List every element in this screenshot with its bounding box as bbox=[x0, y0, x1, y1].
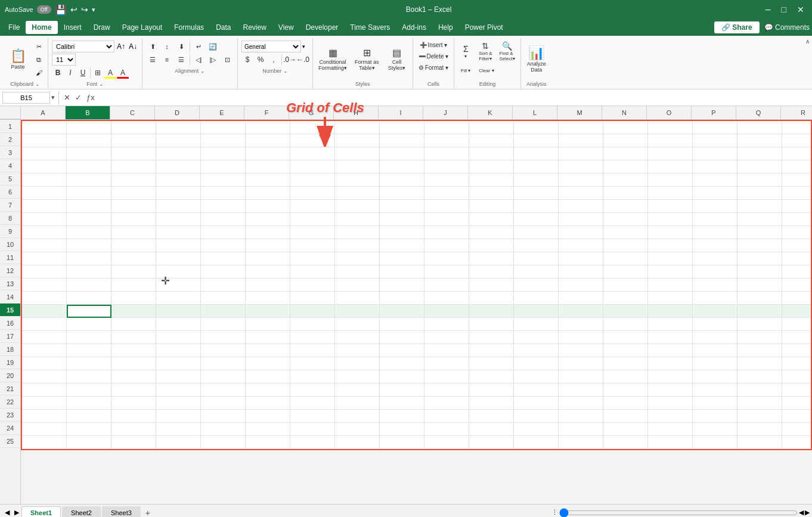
cell-E18[interactable] bbox=[201, 344, 246, 357]
number-format-select[interactable]: General bbox=[241, 41, 301, 52]
cell-J16[interactable] bbox=[424, 318, 469, 331]
cell-B10[interactable] bbox=[67, 239, 111, 252]
row-number-11[interactable]: 11 bbox=[0, 251, 20, 264]
dec-increase-btn[interactable]: .0→ bbox=[284, 54, 296, 66]
cell-C23[interactable] bbox=[111, 410, 156, 423]
cell-L3[interactable] bbox=[514, 147, 559, 160]
cell-L25[interactable] bbox=[514, 436, 559, 449]
comma-btn[interactable]: , bbox=[268, 54, 280, 66]
cell-O22[interactable] bbox=[648, 397, 693, 410]
cell-B15[interactable] bbox=[67, 305, 111, 318]
cell-P5[interactable] bbox=[693, 174, 737, 187]
col-header-B[interactable]: B bbox=[66, 106, 110, 119]
cell-D10[interactable] bbox=[156, 239, 201, 252]
cell-D4[interactable] bbox=[156, 160, 201, 174]
col-header-E[interactable]: E bbox=[200, 106, 244, 119]
cell-K9[interactable] bbox=[469, 226, 514, 239]
cell-J24[interactable] bbox=[424, 423, 469, 436]
cell-R22[interactable] bbox=[782, 397, 812, 410]
cell-L12[interactable] bbox=[514, 265, 559, 278]
cell-A21[interactable] bbox=[22, 383, 67, 397]
cell-R3[interactable] bbox=[782, 147, 812, 160]
cell-C17[interactable] bbox=[111, 331, 156, 344]
cell-R19[interactable] bbox=[782, 357, 812, 370]
cell-M18[interactable] bbox=[559, 344, 603, 357]
save-icon[interactable]: 💾 bbox=[55, 4, 67, 16]
paste-button[interactable]: 📋 Paste bbox=[5, 42, 31, 78]
cell-L7[interactable] bbox=[514, 200, 559, 213]
cell-K11[interactable] bbox=[469, 252, 514, 265]
cell-G16[interactable] bbox=[290, 318, 335, 331]
row-number-23[interactable]: 23 bbox=[0, 408, 20, 422]
cancel-formula-btn[interactable]: ✕ bbox=[61, 93, 73, 102]
cell-H1[interactable] bbox=[335, 121, 380, 134]
cell-A19[interactable] bbox=[22, 357, 67, 370]
cell-P22[interactable] bbox=[693, 397, 737, 410]
cell-D9[interactable] bbox=[156, 226, 201, 239]
font-family-select[interactable]: Calibri bbox=[52, 41, 114, 52]
cell-O16[interactable] bbox=[648, 318, 693, 331]
cell-K17[interactable] bbox=[469, 331, 514, 344]
cell-A7[interactable] bbox=[22, 200, 67, 213]
cell-G10[interactable] bbox=[290, 239, 335, 252]
cell-G1[interactable] bbox=[290, 121, 335, 134]
cell-E10[interactable] bbox=[201, 239, 246, 252]
cell-M15[interactable] bbox=[559, 305, 603, 318]
cell-M21[interactable] bbox=[559, 383, 603, 397]
cell-D15[interactable] bbox=[156, 305, 201, 318]
row-number-9[interactable]: 9 bbox=[0, 225, 20, 238]
cell-A22[interactable] bbox=[22, 397, 67, 410]
analyze-data-button[interactable]: 📊 AnalyzeData bbox=[523, 42, 550, 78]
cell-Q25[interactable] bbox=[737, 436, 782, 449]
font-color-button[interactable]: A bbox=[117, 67, 129, 79]
align-bottom-btn[interactable]: ⬇ bbox=[175, 41, 188, 52]
cell-I12[interactable] bbox=[380, 265, 424, 278]
cell-F17[interactable] bbox=[246, 331, 290, 344]
cell-I2[interactable] bbox=[380, 134, 424, 147]
cell-H18[interactable] bbox=[335, 344, 380, 357]
cell-F5[interactable] bbox=[246, 174, 290, 187]
cell-K1[interactable] bbox=[469, 121, 514, 134]
cell-E7[interactable] bbox=[201, 200, 246, 213]
cell-A23[interactable] bbox=[22, 410, 67, 423]
cell-O17[interactable] bbox=[648, 331, 693, 344]
cell-I6[interactable] bbox=[380, 187, 424, 200]
cell-A18[interactable] bbox=[22, 344, 67, 357]
names-button[interactable]: ▾ bbox=[50, 94, 56, 101]
cell-N13[interactable] bbox=[603, 278, 648, 292]
cell-N7[interactable] bbox=[603, 200, 648, 213]
align-right-btn[interactable]: ☰ bbox=[175, 54, 188, 66]
corner-cell[interactable] bbox=[0, 106, 21, 119]
cell-P8[interactable] bbox=[693, 213, 737, 226]
copy-button[interactable]: ⧉ bbox=[32, 54, 45, 66]
cell-G4[interactable] bbox=[290, 160, 335, 174]
cell-G24[interactable] bbox=[290, 423, 335, 436]
cell-L21[interactable] bbox=[514, 383, 559, 397]
cell-R18[interactable] bbox=[782, 344, 812, 357]
cell-I20[interactable] bbox=[380, 370, 424, 383]
undo-icon[interactable]: ↩ bbox=[70, 5, 78, 14]
cell-E22[interactable] bbox=[201, 397, 246, 410]
cell-L20[interactable] bbox=[514, 370, 559, 383]
cell-D13[interactable] bbox=[156, 278, 201, 292]
cell-H2[interactable] bbox=[335, 134, 380, 147]
cell-R5[interactable] bbox=[782, 174, 812, 187]
cell-P3[interactable] bbox=[693, 147, 737, 160]
cell-P7[interactable] bbox=[693, 200, 737, 213]
cell-G11[interactable] bbox=[290, 252, 335, 265]
cell-P19[interactable] bbox=[693, 357, 737, 370]
cell-Q17[interactable] bbox=[737, 331, 782, 344]
merge-center-btn[interactable]: ⊡ bbox=[221, 54, 234, 66]
col-header-M[interactable]: M bbox=[557, 106, 602, 119]
cell-M8[interactable] bbox=[559, 213, 603, 226]
cell-R4[interactable] bbox=[782, 160, 812, 174]
cell-O24[interactable] bbox=[648, 423, 693, 436]
cell-E25[interactable] bbox=[201, 436, 246, 449]
cell-B21[interactable] bbox=[67, 383, 111, 397]
cell-C21[interactable] bbox=[111, 383, 156, 397]
cell-F3[interactable] bbox=[246, 147, 290, 160]
menu-item-power-pivot[interactable]: Power Pivot bbox=[459, 21, 509, 34]
cell-C18[interactable] bbox=[111, 344, 156, 357]
cell-H14[interactable] bbox=[335, 292, 380, 305]
cell-M9[interactable] bbox=[559, 226, 603, 239]
